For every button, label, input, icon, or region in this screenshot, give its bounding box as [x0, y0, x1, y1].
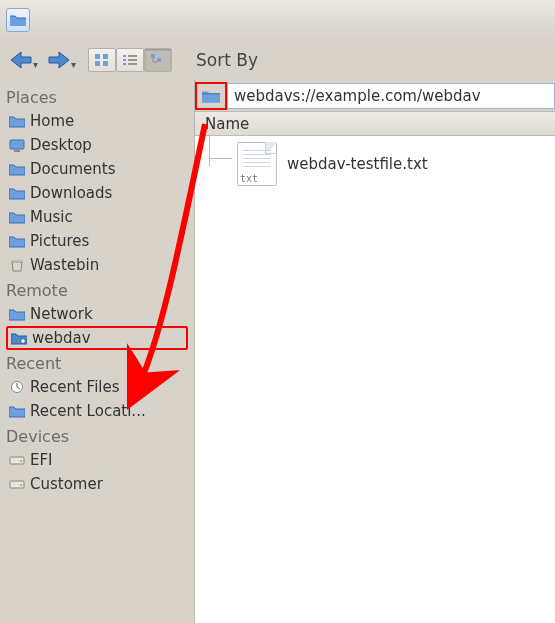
sidebar-item-label: Recent Files	[30, 378, 120, 396]
view-icons-button[interactable]	[88, 48, 116, 72]
content-pane: webdavs://example.com/webdav Name txt we…	[195, 80, 555, 623]
drive-icon	[8, 452, 26, 468]
svg-point-15	[21, 339, 26, 344]
remote-icon	[10, 330, 28, 346]
svg-rect-19	[10, 481, 24, 488]
sidebar-item-label: Recent Locati...	[30, 402, 146, 420]
sidebar-item-label: Downloads	[30, 184, 112, 202]
folder-icon	[8, 113, 26, 129]
svg-rect-17	[10, 457, 24, 464]
forward-button[interactable]: ▾	[46, 49, 78, 71]
svg-rect-14	[11, 260, 23, 262]
sidebar-item-efi[interactable]: EFI	[6, 448, 188, 472]
sidebar-item-label: Wastebin	[30, 256, 99, 274]
address-folder-icon[interactable]	[195, 82, 227, 110]
sidebar-item-desktop[interactable]: Desktop	[6, 133, 188, 157]
chevron-down-icon: ▾	[71, 59, 76, 70]
svg-rect-5	[128, 55, 137, 57]
chevron-down-icon: ▾	[33, 59, 38, 70]
sidebar-section-header: Recent	[6, 354, 188, 373]
view-list-button[interactable]	[116, 48, 144, 72]
column-header-label: Name	[205, 115, 249, 133]
sidebar: PlacesHomeDesktopDocumentsDownloadsMusic…	[0, 80, 195, 623]
sidebar-section-header: Remote	[6, 281, 188, 300]
sidebar-item-customer[interactable]: Customer	[6, 472, 188, 496]
sort-by-label[interactable]: Sort By	[196, 50, 258, 70]
svg-rect-11	[157, 58, 161, 62]
sidebar-section-header: Devices	[6, 427, 188, 446]
clock-icon	[8, 379, 26, 395]
address-path-text: webdavs://example.com/webdav	[234, 87, 481, 105]
sidebar-item-label: Customer	[30, 475, 103, 493]
sidebar-item-label: Network	[30, 305, 93, 323]
svg-rect-8	[123, 63, 126, 65]
svg-rect-4	[123, 55, 126, 57]
sidebar-item-recent-locati[interactable]: Recent Locati...	[6, 399, 188, 423]
folder-icon	[8, 209, 26, 225]
svg-rect-9	[128, 63, 137, 65]
folder-icon	[8, 403, 26, 419]
svg-rect-6	[123, 59, 126, 61]
sidebar-item-label: EFI	[30, 451, 53, 469]
folder-icon	[8, 306, 26, 322]
svg-rect-13	[14, 150, 20, 152]
svg-point-18	[20, 460, 22, 462]
back-button[interactable]: ▾	[8, 49, 40, 71]
file-name-label: webdav-testfile.txt	[287, 155, 428, 173]
toolbar: ▾ ▾ Sort By	[0, 40, 555, 80]
svg-point-20	[20, 484, 22, 486]
sidebar-item-label: webdav	[32, 329, 91, 347]
file-ext-label: txt	[240, 173, 258, 184]
sidebar-section-header: Places	[6, 88, 188, 107]
file-area[interactable]: txt webdav-testfile.txt	[195, 136, 555, 623]
trash-icon	[8, 257, 26, 273]
view-tree-button[interactable]	[144, 48, 172, 72]
sidebar-item-label: Music	[30, 208, 73, 226]
sidebar-item-documents[interactable]: Documents	[6, 157, 188, 181]
address-input[interactable]: webdavs://example.com/webdav	[227, 83, 555, 109]
folder-icon	[8, 233, 26, 249]
tree-connector	[209, 136, 231, 166]
svg-rect-2	[95, 61, 100, 66]
address-bar: webdavs://example.com/webdav	[195, 80, 555, 112]
svg-rect-10	[151, 54, 155, 58]
sidebar-item-webdav[interactable]: webdav	[6, 326, 188, 350]
sidebar-item-label: Documents	[30, 160, 116, 178]
file-item[interactable]: txt webdav-testfile.txt	[237, 142, 428, 186]
titlebar	[0, 0, 555, 40]
svg-rect-3	[103, 61, 108, 66]
sidebar-item-label: Pictures	[30, 232, 89, 250]
sidebar-item-network[interactable]: Network	[6, 302, 188, 326]
folder-icon	[8, 185, 26, 201]
column-header-name[interactable]: Name	[195, 112, 555, 136]
sidebar-item-home[interactable]: Home	[6, 109, 188, 133]
main-split: PlacesHomeDesktopDocumentsDownloadsMusic…	[0, 80, 555, 623]
svg-rect-0	[95, 54, 100, 59]
svg-rect-12	[10, 140, 24, 149]
sidebar-item-downloads[interactable]: Downloads	[6, 181, 188, 205]
folder-icon	[8, 161, 26, 177]
desktop-icon	[8, 137, 26, 153]
sidebar-item-music[interactable]: Music	[6, 205, 188, 229]
text-file-icon: txt	[237, 142, 277, 186]
sidebar-item-recent-files[interactable]: Recent Files	[6, 375, 188, 399]
sidebar-item-label: Desktop	[30, 136, 92, 154]
view-mode-group	[88, 48, 172, 72]
app-icon	[6, 8, 30, 32]
sidebar-item-pictures[interactable]: Pictures	[6, 229, 188, 253]
drive-icon	[8, 476, 26, 492]
svg-rect-7	[128, 59, 137, 61]
sidebar-item-label: Home	[30, 112, 74, 130]
svg-rect-1	[103, 54, 108, 59]
sidebar-item-wastebin[interactable]: Wastebin	[6, 253, 188, 277]
